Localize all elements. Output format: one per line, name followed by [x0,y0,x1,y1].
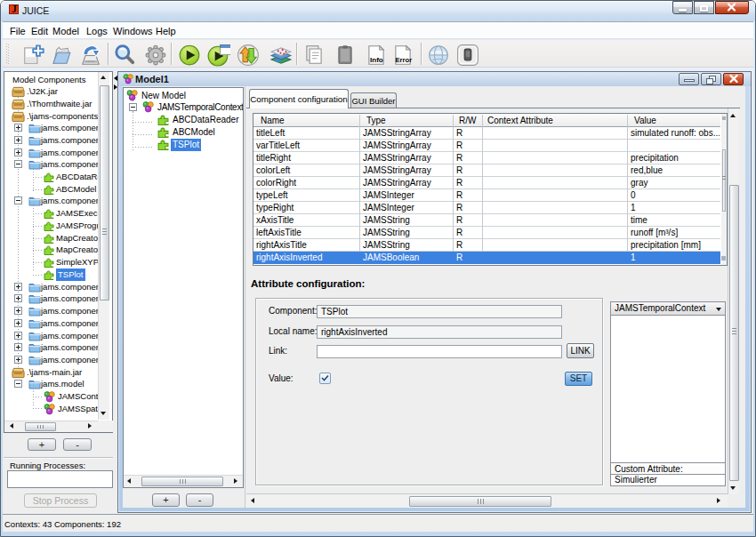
svg-text:Info: Info [370,56,383,64]
svg-text:Error: Error [396,56,413,64]
